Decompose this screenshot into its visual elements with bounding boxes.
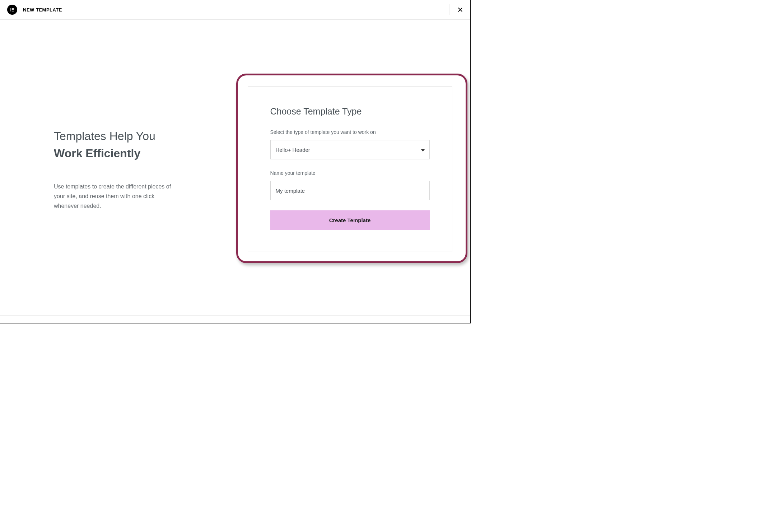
- create-template-button[interactable]: Create Template: [270, 210, 430, 230]
- modal-header: NEW TEMPLATE: [0, 0, 470, 20]
- template-type-label: Select the type of template you want to …: [270, 129, 430, 135]
- svg-rect-3: [12, 11, 14, 11]
- close-button[interactable]: [449, 4, 463, 15]
- svg-rect-1: [12, 8, 14, 9]
- template-name-label: Name your template: [270, 170, 430, 176]
- hero-title: Templates Help You Work Efficiently: [54, 127, 214, 162]
- template-name-input[interactable]: [270, 181, 430, 200]
- hero-title-line2: Work Efficiently: [54, 147, 140, 160]
- svg-rect-0: [10, 8, 11, 11]
- template-name-input-wrap: [270, 181, 430, 200]
- modal-title: NEW TEMPLATE: [23, 7, 62, 13]
- template-form-card: Choose Template Type Select the type of …: [248, 86, 452, 252]
- svg-rect-2: [12, 9, 14, 10]
- form-title: Choose Template Type: [270, 106, 430, 117]
- template-type-select[interactable]: [270, 140, 430, 159]
- modal-content: Templates Help You Work Efficiently Use …: [0, 20, 470, 315]
- hero-column: Templates Help You Work Efficiently Use …: [0, 20, 235, 315]
- form-column: Choose Template Type Select the type of …: [235, 20, 470, 315]
- hero-description: Use templates to create the different pi…: [54, 182, 172, 211]
- close-icon: [457, 6, 463, 13]
- elementor-logo-icon: [7, 5, 17, 15]
- hero-title-line1: Templates Help You: [54, 130, 155, 143]
- template-type-select-wrap: [270, 140, 430, 159]
- footer-divider: [0, 315, 470, 316]
